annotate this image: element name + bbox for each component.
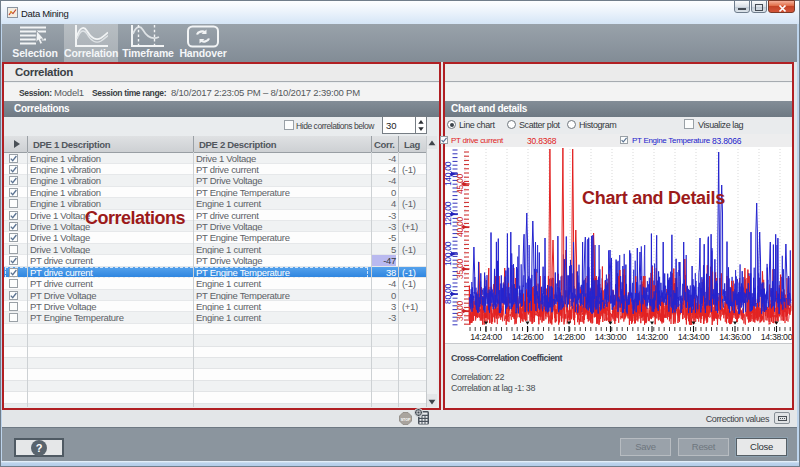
svg-text:140.00: 140.00 (445, 161, 453, 186)
svg-text:120.00: 120.00 (445, 201, 453, 226)
svg-text:30.00: 30.00 (455, 301, 465, 321)
svg-text:80.00: 80.00 (445, 284, 453, 304)
svg-text:40.00: 40.00 (455, 217, 465, 237)
svg-text:35.00: 35.00 (455, 259, 465, 279)
svg-text:14:38:00: 14:38:00 (761, 332, 792, 342)
svg-text:14:32:00: 14:32:00 (636, 332, 668, 342)
svg-text:STOP: STOP (401, 418, 411, 422)
svg-text:14:28:00: 14:28:00 (553, 332, 585, 342)
svg-text:100.00: 100.00 (445, 241, 453, 266)
svg-text:14:30:00: 14:30:00 (595, 332, 627, 342)
svg-text:14:24:00: 14:24:00 (470, 332, 502, 342)
svg-text:14:26:00: 14:26:00 (512, 332, 544, 342)
svg-text:14:36:00: 14:36:00 (719, 332, 751, 342)
svg-text:45.00: 45.00 (455, 174, 465, 194)
svg-text:14:34:00: 14:34:00 (678, 332, 710, 342)
